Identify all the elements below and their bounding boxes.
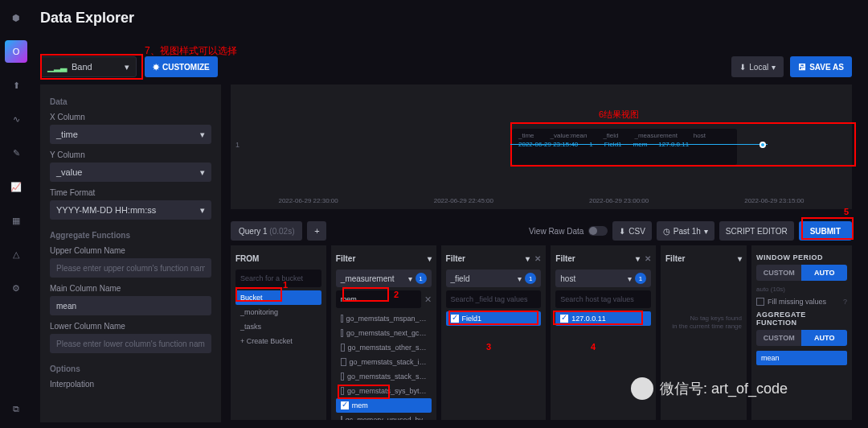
fill-missing-checkbox[interactable] bbox=[756, 298, 764, 306]
filter-search[interactable] bbox=[555, 290, 651, 308]
x-column-label: X Column bbox=[50, 113, 211, 121]
chevron-down-icon: ▾ bbox=[200, 205, 205, 216]
from-header: FROM bbox=[235, 250, 321, 266]
help-icon[interactable]: ? bbox=[843, 298, 847, 306]
from-search[interactable] bbox=[235, 270, 321, 287]
filter-item[interactable]: go_memstats_stack_s… bbox=[336, 369, 432, 384]
view-type-label: Band bbox=[72, 62, 92, 72]
time-range-dropdown[interactable]: ◷Past 1h▾ bbox=[657, 221, 714, 241]
filter-item[interactable]: go_memstats_next_gc… bbox=[336, 326, 432, 340]
upper-column-input[interactable] bbox=[50, 258, 211, 278]
x-column-dropdown[interactable]: _time▾ bbox=[50, 125, 211, 144]
query-tab-1[interactable]: Query 1 (0.02s) bbox=[231, 221, 302, 241]
upper-column-label: Upper Column Name bbox=[50, 246, 211, 255]
fill-missing-label: Fill missing values bbox=[768, 298, 826, 306]
filter-item[interactable]: go_memstats_other_s… bbox=[336, 340, 432, 355]
aggregate-toggle[interactable]: CUSTOMAUTO bbox=[756, 330, 847, 346]
download-icon: ⬇ bbox=[739, 63, 746, 72]
chevron-down-icon: ▾ bbox=[704, 227, 708, 236]
view-type-dropdown[interactable]: ▁▂▃Band▾ bbox=[40, 56, 137, 77]
save-as-button[interactable]: 🖫SAVE AS bbox=[790, 56, 852, 77]
view-raw-data-toggle[interactable] bbox=[588, 226, 608, 236]
nav-org-icon[interactable]: O bbox=[5, 40, 27, 63]
y-column-dropdown[interactable]: _value▾ bbox=[50, 163, 211, 182]
remove-filter-icon[interactable]: ✕ bbox=[534, 254, 541, 263]
watermark: 微信号: art_of_code bbox=[631, 377, 788, 400]
wechat-icon bbox=[631, 377, 653, 400]
nav-data-icon[interactable]: ∿ bbox=[5, 108, 27, 130]
annotation-6: 6结果视图 bbox=[599, 109, 639, 121]
customize-label: CUSTOMIZE bbox=[162, 63, 210, 72]
section-options: Options bbox=[50, 364, 211, 373]
chevron-down-icon: ▾ bbox=[200, 130, 205, 140]
save-icon: 🖫 bbox=[798, 63, 806, 72]
main-column-label: Main Column Name bbox=[50, 284, 211, 293]
time-format-dropdown[interactable]: YYYY-MM-DD HH:mm:ss▾ bbox=[50, 200, 211, 220]
filter-header: Filter bbox=[555, 254, 575, 263]
csv-button[interactable]: ⬇CSV bbox=[612, 221, 652, 241]
nav-settings-icon[interactable]: ⚙ bbox=[5, 277, 27, 299]
filter-item-selected[interactable]: 127.0.0.11 bbox=[555, 311, 651, 326]
nav-collapse-icon[interactable]: ⧉ bbox=[5, 397, 27, 420]
chevron-down-icon: ▾ bbox=[636, 254, 640, 263]
filter-key-dropdown[interactable]: host▾1 bbox=[555, 270, 651, 287]
submit-button[interactable]: SUBMIT bbox=[799, 221, 852, 241]
bucket-item[interactable]: _tasks bbox=[235, 319, 321, 334]
chevron-down-icon: ▾ bbox=[628, 274, 632, 283]
clear-search-icon[interactable]: ✕ bbox=[424, 294, 432, 305]
aggregate-mean[interactable]: mean bbox=[756, 351, 847, 365]
script-editor-button[interactable]: SCRIPT EDITOR bbox=[719, 221, 794, 241]
chart-area: 1 _time _value:mean _field _measurement … bbox=[231, 84, 852, 209]
filter-header: Filter bbox=[336, 254, 355, 263]
chart-x-ticks: 2022-06-29 22:30:00 2022-06-29 22:45:00 … bbox=[231, 197, 852, 204]
chevron-down-icon: ▾ bbox=[772, 63, 776, 72]
local-button[interactable]: ⬇Local▾ bbox=[731, 56, 784, 77]
remove-filter-icon[interactable]: ✕ bbox=[645, 254, 651, 263]
section-aggregate: Aggregate Functions bbox=[50, 231, 211, 240]
filter-item[interactable]: go_memstats_sys_byt… bbox=[336, 384, 432, 398]
bucket-create[interactable]: + Create Bucket bbox=[235, 334, 321, 348]
time-format-label: Time Format bbox=[50, 188, 211, 197]
filter-count-badge: 1 bbox=[416, 273, 427, 284]
customize-button[interactable]: ✸CUSTOMIZE bbox=[145, 56, 218, 77]
filter-item-selected[interactable]: Field1 bbox=[446, 311, 542, 326]
view-raw-data-label: View Raw Data bbox=[529, 227, 583, 236]
filter-item[interactable]: qc_memory_unused_by… bbox=[336, 413, 432, 420]
chart-line bbox=[510, 144, 768, 145]
chevron-down-icon: ▾ bbox=[125, 62, 129, 72]
window-period-toggle[interactable]: CUSTOMAUTO bbox=[756, 265, 847, 281]
add-query-button[interactable]: + bbox=[307, 221, 326, 241]
filter-key-dropdown[interactable]: _field▾1 bbox=[446, 270, 542, 287]
clock-icon: ◷ bbox=[663, 227, 670, 236]
logo-icon[interactable]: ⬢ bbox=[5, 6, 27, 29]
chart-point bbox=[760, 142, 766, 148]
chart-tooltip: _time _value:mean _field _measurement ho… bbox=[512, 129, 737, 165]
nav-alerts-icon[interactable]: △ bbox=[5, 243, 27, 265]
lower-column-input[interactable] bbox=[50, 334, 211, 353]
y-column-label: Y Column bbox=[50, 150, 211, 159]
bucket-item[interactable]: _monitoring bbox=[235, 305, 321, 319]
section-data: Data bbox=[50, 97, 211, 106]
chevron-down-icon: ▾ bbox=[518, 274, 522, 283]
aggregate-function-label: AGGREGATE FUNCTION bbox=[756, 311, 847, 327]
download-icon: ⬇ bbox=[619, 227, 625, 236]
gear-icon: ✸ bbox=[153, 63, 159, 72]
nav-dashboard-icon[interactable]: 📈 bbox=[5, 175, 27, 198]
filter-key-dropdown[interactable]: _measurement▾1 bbox=[336, 270, 432, 287]
filter-header: Filter bbox=[665, 254, 685, 263]
page-title: Data Explorer bbox=[40, 10, 134, 27]
chart-y-tick: 1 bbox=[235, 141, 240, 149]
filter-item[interactable]: go_memstats_stack_i… bbox=[336, 355, 432, 369]
bucket-item-selected[interactable]: Bucket bbox=[235, 290, 321, 305]
nav-notebook-icon[interactable]: ✎ bbox=[5, 142, 27, 164]
nav-tasks-icon[interactable]: ▦ bbox=[5, 209, 27, 232]
interpolation-label: Interpolation bbox=[50, 380, 211, 389]
filter-count-badge: 1 bbox=[525, 273, 536, 284]
filter-item[interactable]: go_memstats_mspan_… bbox=[336, 311, 432, 326]
filter-item-selected[interactable]: mem bbox=[336, 398, 432, 413]
chevron-down-icon: ▾ bbox=[428, 254, 432, 263]
nav-upload-icon[interactable]: ⬆ bbox=[5, 74, 27, 97]
filter-search[interactable] bbox=[446, 290, 542, 308]
filter-search[interactable] bbox=[336, 290, 421, 308]
main-column-input[interactable] bbox=[50, 296, 211, 315]
